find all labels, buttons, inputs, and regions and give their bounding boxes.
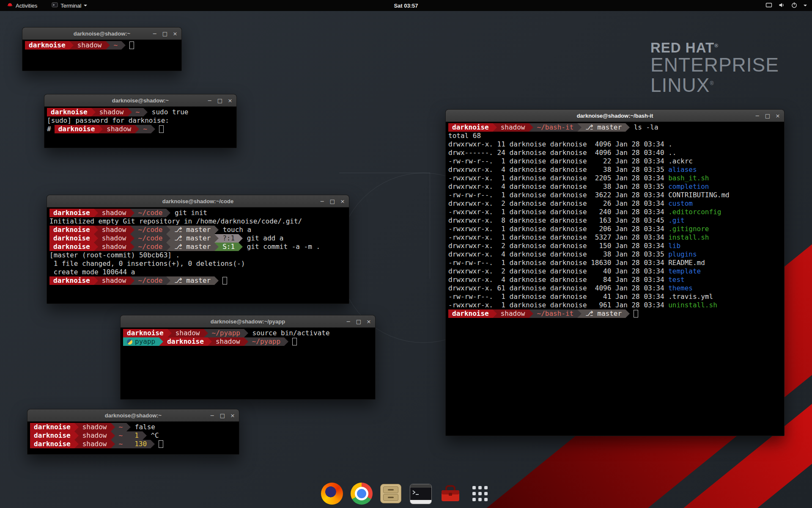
- terminal-line: drwxrwxr-x. 61 darknoise darknoise 4096 …: [448, 284, 784, 293]
- chevron-down-icon[interactable]: [804, 5, 807, 6]
- terminal-window-sudo[interactable]: darknoise@shadow:~ − □ × darknoiseshadow…: [44, 94, 237, 148]
- prompt-segment-git: ⎇ master: [170, 243, 214, 251]
- prompt-segment-host: shadow: [98, 209, 130, 217]
- terminal-content[interactable]: darknoiseshadow~ sudo true[sudo] passwor…: [44, 107, 236, 133]
- ls-entry-meta: -rwxrwxr-x. 1 darknoise darknoise 2205 J…: [448, 174, 668, 182]
- maximize-button[interactable]: □: [216, 97, 224, 104]
- powerline-arrow-icon: [121, 41, 126, 50]
- terminal-line: darknoiseshadow~/code⎇ master?:1 git add…: [49, 234, 349, 243]
- powerline-arrow-icon: [166, 226, 170, 234]
- volume-icon[interactable]: [778, 2, 785, 10]
- command-text: sudo true: [148, 108, 188, 116]
- prompt-segment-user: darknoise: [163, 337, 208, 346]
- powerline-arrow-icon: [99, 125, 103, 133]
- terminal-line: drwx------. 24 darknoise darknoise 4096 …: [448, 149, 784, 157]
- dock-toolbox-icon[interactable]: [439, 483, 461, 505]
- dock-firefox-icon[interactable]: [321, 483, 343, 505]
- window-titlebar[interactable]: darknoise@shadow:~ − □ ×: [27, 409, 239, 422]
- prompt-segment-path: ~/code: [134, 209, 167, 217]
- ls-entry-name: aliases: [668, 166, 697, 174]
- window-titlebar[interactable]: darknoise@shadow:~/bash-it − □ ×: [446, 110, 784, 122]
- window-title: darknoise@shadow:~: [74, 30, 130, 37]
- maximize-button[interactable]: □: [329, 197, 336, 205]
- terminal-line: darknoiseshadow~ false: [30, 423, 239, 431]
- minimize-button[interactable]: −: [151, 30, 159, 37]
- powerline-arrow-icon: [167, 329, 172, 337]
- terminal-window-pyapp[interactable]: darknoise@shadow:~/pyapp − □ × darknoise…: [120, 315, 376, 400]
- close-button[interactable]: ×: [339, 197, 346, 205]
- prompt-segment-host: shadow: [98, 243, 130, 251]
- window-titlebar[interactable]: darknoise@shadow:~/pyapp − □ ×: [121, 315, 375, 328]
- terminal-line: Initialized empty Git repository in /hom…: [49, 217, 349, 226]
- brand-line-2: ENTERPRISE: [650, 55, 779, 75]
- terminal-content[interactable]: darknoiseshadow~: [22, 40, 181, 50]
- terminal-window-exit-codes[interactable]: darknoise@shadow:~ − □ × darknoiseshadow…: [27, 409, 239, 455]
- minimize-button[interactable]: −: [754, 112, 761, 119]
- clock[interactable]: Sat 03:57: [394, 3, 418, 9]
- close-button[interactable]: ×: [171, 30, 179, 37]
- terminal-content[interactable]: darknoiseshadow~/bash-it⎇ master ls -lat…: [446, 122, 784, 318]
- ls-entry-name: test: [668, 276, 685, 284]
- terminal-line: drwxrwxr-x. 2 darknoise darknoise 150 Ja…: [448, 242, 784, 250]
- terminal-content[interactable]: darknoiseshadow~ falsedarknoiseshadow~1 …: [27, 422, 239, 448]
- dock-chrome-icon[interactable]: [351, 483, 373, 505]
- power-icon[interactable]: [791, 2, 798, 10]
- dock-app-grid-icon[interactable]: [469, 483, 491, 505]
- close-button[interactable]: ×: [229, 411, 236, 419]
- terminal-content[interactable]: darknoiseshadow~/pyapp source bin/activa…: [121, 328, 375, 346]
- terminal-window-bash-it[interactable]: darknoise@shadow:~/bash-it − □ × darknoi…: [445, 109, 785, 436]
- powerline-arrow-icon: [111, 431, 115, 440]
- minimize-button[interactable]: −: [208, 411, 216, 419]
- ls-entry-name: template: [668, 267, 701, 275]
- terminal-window-code[interactable]: darknoise@shadow:~/code − □ × darknoises…: [47, 195, 349, 304]
- text-cursor: [159, 440, 163, 448]
- wallpaper-line: [339, 173, 430, 173]
- powerline-arrow-icon: [126, 431, 131, 440]
- close-button[interactable]: ×: [774, 112, 782, 119]
- close-button[interactable]: ×: [365, 318, 373, 325]
- window-title: darknoise@shadow:~/bash-it: [577, 113, 653, 119]
- prompt-segment-host: shadow: [172, 329, 204, 337]
- app-menu-terminal[interactable]: Terminal: [49, 0, 90, 11]
- maximize-button[interactable]: □: [161, 30, 169, 37]
- prompt-segment-path: ~/pyapp: [208, 329, 244, 337]
- powerline-arrow-icon: [130, 209, 134, 217]
- window-title: darknoise@shadow:~/pyapp: [211, 318, 285, 325]
- prompt-segment-user: darknoise: [49, 243, 94, 251]
- minimize-button[interactable]: −: [206, 97, 214, 104]
- ls-entry-meta: -rw-rw-r--. 1 darknoise darknoise 18630 …: [448, 259, 668, 267]
- window-titlebar[interactable]: darknoise@shadow:~ − □ ×: [44, 94, 236, 107]
- ls-entry-name: themes: [668, 284, 693, 292]
- prompt-segment-path: ~/bash-it: [533, 123, 578, 132]
- terminal-window-home-1[interactable]: darknoise@shadow:~ − □ × darknoiseshadow…: [22, 27, 182, 71]
- window-titlebar[interactable]: darknoise@shadow:~ − □ ×: [22, 28, 181, 40]
- close-button[interactable]: ×: [226, 97, 234, 104]
- window-title: darknoise@shadow:~: [112, 97, 169, 104]
- powerline-arrow-icon: [111, 423, 115, 431]
- terminal-line: darknoiseshadow~/code⎇ master touch a: [49, 226, 349, 234]
- ls-entry-name: bash_it.sh: [668, 174, 709, 182]
- prompt-segment-path: ~: [115, 431, 127, 440]
- dock-files-icon[interactable]: [380, 483, 402, 505]
- terminal-content[interactable]: darknoiseshadow~/code git initInitialize…: [47, 207, 349, 285]
- prompt-segment-host: shadow: [497, 309, 529, 318]
- prompt-segment-git_untracked: ?:1: [219, 234, 239, 243]
- powerline-arrow-icon: [143, 108, 148, 116]
- maximize-button[interactable]: □: [764, 112, 771, 119]
- minimize-button[interactable]: −: [318, 197, 326, 205]
- display-icon[interactable]: [765, 2, 772, 10]
- maximize-button[interactable]: □: [219, 411, 226, 419]
- minimize-button[interactable]: −: [345, 318, 352, 325]
- maximize-button[interactable]: □: [355, 318, 362, 325]
- ls-entry-name: .travis.yml: [668, 293, 713, 301]
- dock-terminal-icon[interactable]: [410, 483, 432, 505]
- powerline-arrow-icon: [214, 234, 219, 243]
- activities-button[interactable]: Activities: [4, 0, 40, 11]
- powerline-arrow-icon: [529, 309, 533, 318]
- powerline-arrow-icon: [166, 209, 170, 217]
- prompt-segment-user: darknoise: [49, 276, 94, 285]
- window-titlebar[interactable]: darknoise@shadow:~/code − □ ×: [47, 195, 349, 207]
- ls-entry-meta: drwxrwxr-x. 2 darknoise darknoise 26 Jan…: [448, 199, 668, 207]
- ls-entry-meta: -rwxrwxr-x. 1 darknoise darknoise 961 Ja…: [448, 301, 668, 309]
- powerline-arrow-icon: [94, 209, 98, 217]
